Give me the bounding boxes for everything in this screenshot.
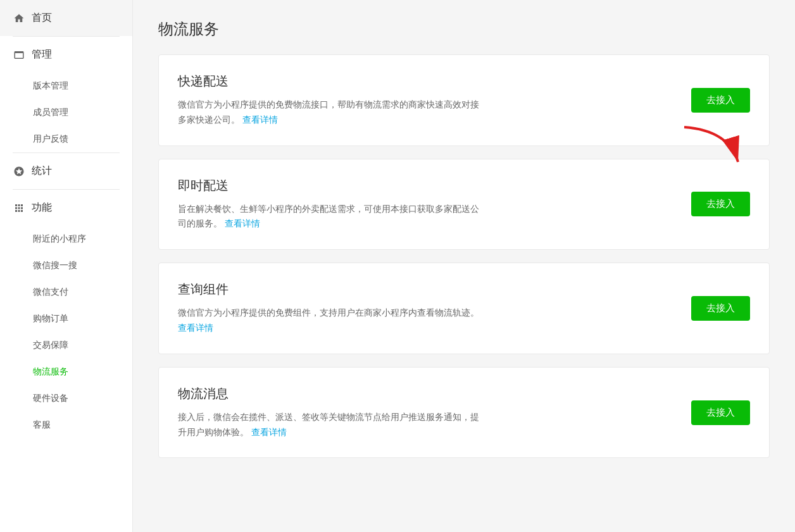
card-instant-link[interactable]: 查看详情	[225, 218, 260, 228]
features-label: 功能	[32, 201, 52, 214]
btn-message-connect[interactable]: 去接入	[691, 400, 750, 425]
card-message-link[interactable]: 查看详情	[251, 427, 287, 437]
sidebar-item-management[interactable]: 管理	[0, 37, 132, 73]
card-instant-content: 即时配送 旨在解决餐饮、生鲜等小程序的外卖配送需求，可使用本接口获取多家配送公司…	[178, 177, 482, 232]
management-icon	[13, 49, 25, 61]
card-query-link[interactable]: 查看详情	[178, 323, 213, 333]
sidebar-item-version[interactable]: 版本管理	[0, 73, 132, 99]
card-query: 查询组件 微信官方为小程序提供的免费组件，支持用户在商家小程序内查看物流轨迹。 …	[158, 263, 770, 354]
sidebar-item-hardware[interactable]: 硬件设备	[0, 385, 132, 412]
btn-query-connect[interactable]: 去接入	[691, 296, 750, 321]
home-icon	[13, 12, 25, 25]
sidebar-item-logistics[interactable]: 物流服务	[0, 359, 132, 385]
card-query-desc: 微信官方为小程序提供的免费组件，支持用户在商家小程序内查看物流轨迹。 查看详情	[178, 306, 482, 336]
management-label: 管理	[32, 48, 52, 61]
sidebar-item-search[interactable]: 微信搜一搜	[0, 252, 132, 279]
card-instant: 即时配送 旨在解决餐饮、生鲜等小程序的外卖配送需求，可使用本接口获取多家配送公司…	[158, 159, 770, 251]
card-message-title: 物流消息	[178, 385, 482, 402]
home-label: 首页	[32, 11, 52, 25]
sidebar-item-home[interactable]: 首页	[0, 0, 132, 36]
card-express-title: 快递配送	[178, 73, 482, 90]
card-query-content: 查询组件 微信官方为小程序提供的免费组件，支持用户在商家小程序内查看物流轨迹。 …	[178, 281, 482, 336]
card-express-desc: 微信官方为小程序提供的免费物流接口，帮助有物流需求的商家快速高效对接多家快递公司…	[178, 97, 482, 128]
sidebar-item-features[interactable]: 功能	[0, 190, 132, 226]
btn-instant-connect[interactable]: 去接入	[691, 192, 750, 216]
features-icon	[13, 202, 25, 214]
sidebar-item-orders[interactable]: 购物订单	[0, 306, 132, 332]
statistics-label: 统计	[32, 164, 52, 178]
card-express-link[interactable]: 查看详情	[242, 114, 278, 125]
sidebar-item-security[interactable]: 交易保障	[0, 332, 132, 359]
card-message: 物流消息 接入后，微信会在揽件、派送、签收等关键物流节点给用户推送服务通知，提升…	[158, 367, 770, 459]
main-content: 物流服务 快递配送 微信官方为小程序提供的免费物流接口，帮助有物流需求的商家快速…	[133, 0, 795, 532]
btn-express-connect[interactable]: 去接入	[691, 88, 750, 113]
sidebar: 首页 管理 版本管理 成员管理 用户反馈 统计	[0, 0, 133, 532]
card-message-content: 物流消息 接入后，微信会在揽件、派送、签收等关键物流节点给用户推送服务通知，提升…	[178, 385, 482, 440]
card-instant-title: 即时配送	[178, 177, 482, 194]
card-instant-wrapper: 即时配送 旨在解决餐饮、生鲜等小程序的外卖配送需求，可使用本接口获取多家配送公司…	[158, 159, 770, 251]
sidebar-item-service[interactable]: 客服	[0, 412, 132, 438]
statistics-icon	[13, 165, 25, 178]
card-instant-desc: 旨在解决餐饮、生鲜等小程序的外卖配送需求，可使用本接口获取多家配送公司的服务。 …	[178, 202, 482, 232]
card-query-title: 查询组件	[178, 281, 482, 298]
sidebar-item-members[interactable]: 成员管理	[0, 99, 132, 126]
card-message-desc: 接入后，微信会在揽件、派送、签收等关键物流节点给用户推送服务通知，提升用户购物体…	[178, 410, 482, 440]
sidebar-item-pay[interactable]: 微信支付	[0, 279, 132, 306]
sidebar-item-feedback[interactable]: 用户反馈	[0, 126, 132, 152]
sidebar-item-statistics[interactable]: 统计	[0, 153, 132, 189]
card-express-content: 快递配送 微信官方为小程序提供的免费物流接口，帮助有物流需求的商家快速高效对接多…	[178, 73, 482, 128]
sidebar-item-nearby[interactable]: 附近的小程序	[0, 226, 132, 252]
page-title: 物流服务	[158, 19, 770, 39]
card-express: 快递配送 微信官方为小程序提供的免费物流接口，帮助有物流需求的商家快速高效对接多…	[158, 54, 770, 146]
